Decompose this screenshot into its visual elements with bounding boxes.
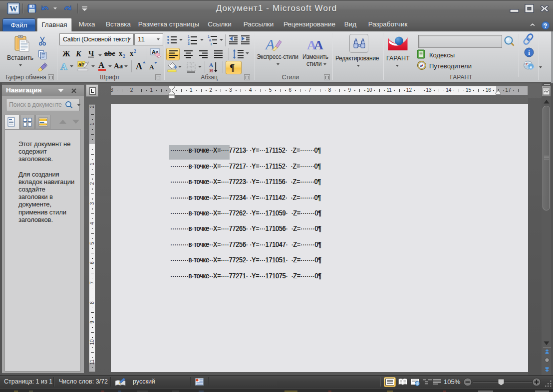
svg-text:x: x — [119, 49, 123, 57]
svg-text:1: 1 — [188, 35, 190, 38]
svg-text:x: x — [130, 49, 134, 57]
svg-text:a: a — [209, 38, 211, 42]
svg-text:3: 3 — [188, 42, 190, 45]
svg-text:W: W — [9, 4, 17, 13]
svg-text:А: А — [60, 61, 67, 72]
svg-text:i: i — [211, 42, 212, 46]
svg-text:2: 2 — [188, 38, 190, 42]
svg-text:Aa: Aa — [114, 62, 123, 70]
svg-text:А: А — [98, 60, 105, 70]
svg-text:i: i — [528, 49, 530, 56]
svg-text:Ч: Ч — [88, 49, 94, 57]
svg-text:Я: Я — [209, 67, 213, 73]
svg-text:Ж: Ж — [62, 49, 70, 58]
svg-text:А: А — [149, 63, 154, 71]
svg-text:2: 2 — [123, 53, 125, 59]
svg-text:2: 2 — [134, 48, 136, 54]
svg-text:¶: ¶ — [230, 62, 235, 73]
svg-text:1: 1 — [208, 35, 210, 38]
svg-text:A: A — [314, 38, 323, 52]
svg-text:?: ? — [544, 22, 547, 29]
svg-text:К: К — [75, 49, 82, 58]
svg-text:А: А — [136, 61, 142, 71]
